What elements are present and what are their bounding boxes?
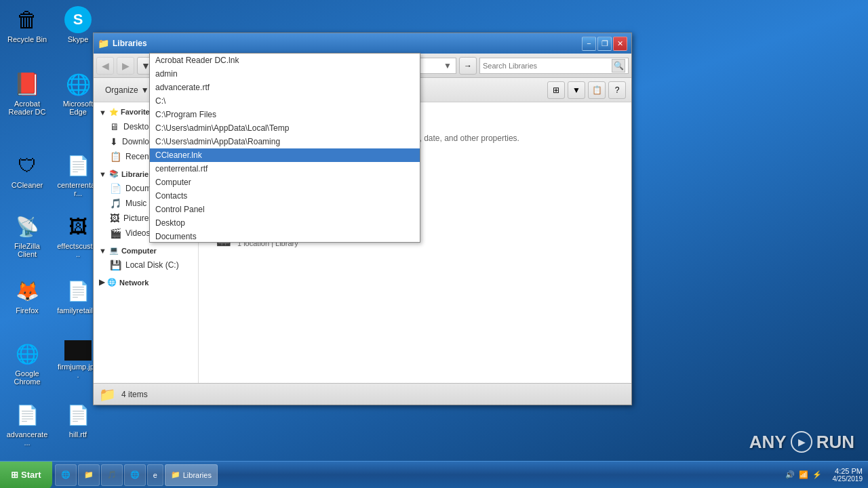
network-tray-icon[interactable]: 📶	[799, 470, 808, 479]
libraries-nav-label: Libraries	[121, 170, 153, 178]
taskbar-right: 🔊 📶 ⚡ 4:25 PM 4/25/2019	[780, 467, 869, 483]
dropdown-item[interactable]: admin	[150, 67, 420, 81]
hillrtf-label: hill.rtf	[69, 430, 87, 439]
libraries-arrow-icon: ▼	[99, 170, 106, 178]
desktop-icon-filezilla[interactable]: 📡 FileZilla Client	[3, 210, 51, 261]
acrobat-icon: 📕	[14, 70, 41, 98]
taskbar-explorer-button[interactable]: 📁	[78, 464, 100, 486]
volume-icon[interactable]: 🔊	[785, 470, 795, 479]
familyretail-icon: 📄	[64, 277, 92, 304]
desktop-icon-advancerate[interactable]: 📄 advancerate...	[3, 399, 51, 449]
local-disk-label: Local Disk (C:)	[125, 260, 179, 270]
dropdown-item[interactable]: CCleaner.lnk	[150, 148, 420, 162]
back-button[interactable]: ◀	[96, 57, 114, 75]
address-dropdown-button[interactable]: ▼	[442, 61, 453, 70]
desktop: 🗑 Recycle Bin S Skype 📕 Acrobat Reader D…	[0, 0, 868, 488]
anyrun-play-icon: ▶	[791, 431, 812, 453]
dropdown-item[interactable]: C:\Users\admin\AppData\Roaming	[150, 135, 420, 148]
organize-label: Organize	[105, 85, 138, 95]
search-input[interactable]	[483, 62, 612, 70]
filezilla-label: FileZilla Client	[6, 242, 48, 258]
libraries-nav-icon: 📚	[109, 169, 119, 178]
taskbar-chrome-icon: 🌐	[130, 470, 140, 479]
dropdown-item[interactable]: Desktop	[150, 216, 420, 230]
computer-nav-label: Computer	[121, 247, 157, 255]
dropdown-item[interactable]: Computer	[150, 176, 420, 189]
dropdown-item[interactable]: C:\	[150, 94, 420, 108]
taskbar-ie-button[interactable]: 🌐	[55, 464, 77, 486]
taskbar-libraries-active[interactable]: 📁 Libraries	[165, 464, 218, 486]
favorites-label: ⭐ Favorites	[109, 108, 154, 117]
restore-button[interactable]: ❐	[597, 37, 612, 51]
media-icon: 🎵	[107, 470, 117, 479]
dropdown-item[interactable]: Acrobat Reader DC.lnk	[150, 54, 420, 67]
dropdown-item[interactable]: Documents	[150, 230, 420, 243]
status-bar: 📁 4 items	[94, 383, 631, 405]
taskbar-libraries-icon: 📁	[171, 470, 180, 479]
sidebar-item-local-disk[interactable]: 💾 Local Disk (C:)	[94, 258, 198, 272]
centerrental-icon: 📄	[64, 152, 92, 179]
downloads-icon: ⬇	[110, 136, 118, 147]
firefox-label: Firefox	[16, 306, 39, 314]
taskbar-libraries-label: Libraries	[183, 471, 212, 479]
power-icon[interactable]: ⚡	[812, 470, 822, 479]
dropdown-item[interactable]: C:\Program Files	[150, 108, 420, 121]
system-clock[interactable]: 4:25 PM 4/25/2019	[833, 467, 863, 483]
hillrtf-icon: 📄	[64, 401, 92, 428]
firmjump-icon	[64, 340, 92, 361]
recent-places-icon: 📋	[110, 151, 121, 162]
minimize-button[interactable]: −	[582, 37, 596, 51]
forward-button[interactable]: ▶	[117, 57, 134, 75]
msedge-icon: 🌐	[64, 70, 92, 98]
effectscustom-icon: 🖼	[64, 213, 92, 240]
dropdown-item[interactable]: advancerate.rtf	[150, 81, 420, 94]
firefox-icon: 🦊	[14, 277, 41, 304]
details-pane-button[interactable]: 📋	[588, 81, 606, 99]
desktop-icon-ccleaner[interactable]: 🛡 CCleaner	[3, 149, 51, 192]
dropdown-item[interactable]: Control Panel	[150, 203, 420, 216]
desktop-icon-recycle-bin[interactable]: 🗑 Recycle Bin	[3, 3, 51, 46]
search-button[interactable]: 🔍	[612, 59, 625, 73]
desktop-icon: 🖥	[110, 121, 119, 132]
toolbar-right: ⊞ ▼ 📋 ?	[547, 81, 626, 99]
taskbar-ie2-button[interactable]: e	[147, 464, 163, 486]
music-nav-label: Music	[125, 199, 146, 208]
view-options-button[interactable]: ⊞	[547, 81, 565, 99]
taskbar-ie2-icon: e	[153, 471, 157, 479]
taskbar-explorer-icon: 📁	[84, 470, 94, 479]
filezilla-icon: 📡	[14, 213, 41, 240]
computer-header[interactable]: ▼ 💻 Computer	[94, 243, 198, 258]
close-button[interactable]: ✕	[613, 37, 627, 51]
videos-nav-label: Videos	[125, 228, 150, 238]
title-bar: 📁 Libraries − ❐ ✕	[94, 33, 631, 54]
desktop-icon-firefox[interactable]: 🦊 Firefox	[3, 274, 51, 317]
taskbar-media-button[interactable]: 🎵	[101, 464, 123, 486]
ccleaner-icon: 🛡	[14, 152, 41, 179]
anyrun-watermark: ANY ▶ RUN	[749, 431, 854, 453]
taskbar-tray-icons: 🔊 📶 ⚡	[785, 470, 822, 479]
taskbar: ⊞ Start 🌐 📁 🎵 🌐 e 📁 Libraries	[0, 461, 868, 488]
explorer-icon: 📁	[98, 38, 108, 49]
skype-label: Skype	[68, 35, 89, 43]
go-button[interactable]: →	[459, 57, 477, 75]
start-button[interactable]: ⊞ Start	[0, 462, 52, 489]
clock-time: 4:25 PM	[833, 467, 863, 475]
computer-nav-icon: 💻	[109, 246, 119, 255]
view-dropdown-button[interactable]: ▼	[568, 81, 585, 99]
skype-icon: S	[64, 6, 92, 33]
chrome-icon: 🌐	[14, 340, 41, 367]
desktop-icon-chrome[interactable]: 🌐 Google Chrome	[3, 338, 51, 388]
dropdown-item[interactable]: centerrental.rtf	[150, 162, 420, 176]
ie-icon: 🌐	[61, 470, 71, 479]
desktop-icon-acrobat[interactable]: 📕 Acrobat Reader DC	[3, 68, 51, 119]
dropdown-item[interactable]: C:\Users\admin\AppData\Local\Temp	[150, 121, 420, 135]
network-header[interactable]: ▶ 🌐 Network	[94, 275, 198, 289]
help-button[interactable]: ?	[608, 81, 626, 99]
dropdown-item[interactable]: Contacts	[150, 189, 420, 203]
taskbar-chrome-button[interactable]: 🌐	[124, 464, 146, 486]
organize-arrow-icon: ▼	[141, 85, 149, 95]
chrome-label: Google Chrome	[6, 369, 48, 386]
advancerate-icon: 📄	[14, 401, 41, 428]
videos-icon: 🎬	[110, 228, 121, 239]
organize-button[interactable]: Organize ▼	[99, 81, 155, 100]
